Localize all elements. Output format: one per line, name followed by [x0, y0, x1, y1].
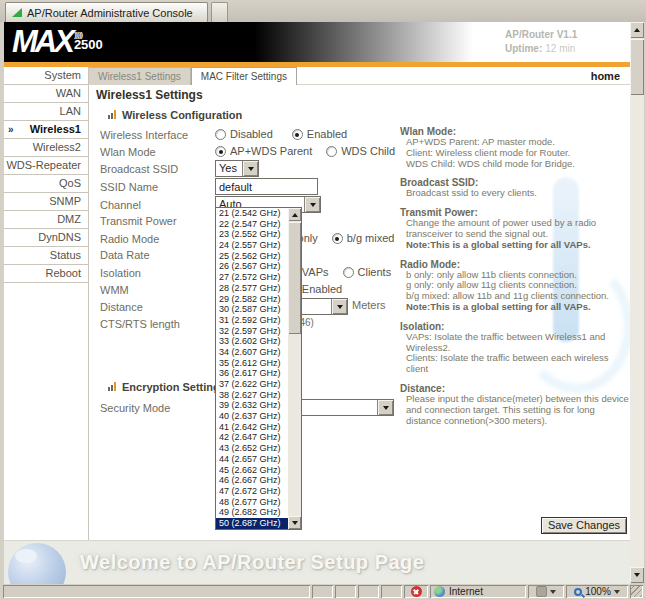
- channel-option[interactable]: 37 (2.622 GHz): [216, 379, 288, 390]
- brand-logo: MAX ))))) 2500: [12, 22, 103, 62]
- channel-option[interactable]: 32 (2.597 GHz): [216, 326, 288, 337]
- channel-option[interactable]: 50 (2.687 GHz): [216, 518, 288, 529]
- help-panel: Wlan Mode:AP+WDS Parent: AP master mode.…: [400, 126, 630, 434]
- chevron-down-icon: [550, 590, 556, 597]
- zoom-control[interactable]: 100%: [566, 585, 628, 598]
- radio-button-icon[interactable]: [292, 129, 303, 140]
- radio-button-icon[interactable]: [332, 233, 343, 244]
- radio-button-icon[interactable]: [215, 146, 226, 157]
- dropdown-arrow-icon[interactable]: [377, 400, 393, 415]
- channel-option[interactable]: 42 (2.647 GHz): [216, 432, 288, 443]
- wlan-mode-options: AP+WDS ParentWDS Child: [215, 145, 409, 157]
- channel-option[interactable]: 38 (2.627 GHz): [216, 390, 288, 401]
- new-tab-button[interactable]: [211, 2, 228, 22]
- dropdown-arrow-icon[interactable]: [242, 161, 258, 176]
- scroll-down-button[interactable]: [288, 516, 301, 529]
- browser-tab[interactable]: AP/Router Administrative Console: [5, 2, 208, 22]
- channel-option[interactable]: 47 (2.672 GHz): [216, 486, 288, 497]
- scrollbar-thumb[interactable]: [630, 39, 644, 95]
- radio-label: VAPs: [302, 266, 329, 278]
- sidebar-item-wds-repeater[interactable]: WDS-Repeater: [4, 157, 88, 175]
- sidebar-item-dmz[interactable]: DMZ: [4, 211, 88, 229]
- channel-option[interactable]: 23 (2.552 GHz): [216, 229, 288, 240]
- channel-option[interactable]: 27 (2.572 GHz): [216, 272, 288, 283]
- channel-option[interactable]: 36 (2.617 GHz): [216, 368, 288, 379]
- arrow-down-icon: [634, 573, 640, 580]
- channel-option[interactable]: 48 (2.677 GHz): [216, 497, 288, 508]
- home-link[interactable]: home: [591, 67, 630, 84]
- channel-option[interactable]: 22 (2.547 GHz): [216, 219, 288, 230]
- radio-enabled[interactable]: Enabled: [292, 128, 347, 140]
- help-line: Client: Wireless client mode for Router.: [400, 148, 630, 159]
- save-changes-button[interactable]: Save Changes: [541, 517, 627, 534]
- channel-option[interactable]: 35 (2.612 GHz): [216, 358, 288, 369]
- channel-option[interactable]: 25 (2.562 GHz): [216, 251, 288, 262]
- resize-grip[interactable]: [630, 585, 643, 598]
- footer-banner: Welcome to AP/Router Setup Page: [4, 540, 630, 584]
- scroll-up-button[interactable]: [288, 208, 301, 221]
- arrow-up-icon: [292, 210, 298, 217]
- dropdown-arrow-icon[interactable]: [304, 197, 320, 212]
- row-ssid-name: SSID Name: [100, 178, 318, 195]
- channel-option[interactable]: 24 (2.557 GHz): [216, 240, 288, 251]
- channel-option[interactable]: 28 (2.577 GHz): [216, 283, 288, 294]
- radio-button-icon[interactable]: [326, 146, 337, 157]
- channel-option[interactable]: 39 (2.632 GHz): [216, 400, 288, 411]
- tab-wireless1-settings[interactable]: Wireless1 Settings: [88, 67, 191, 85]
- field-label: Wireless Interface: [100, 129, 215, 141]
- sidebar-item-wireless2[interactable]: Wireless2: [4, 139, 88, 157]
- channel-option[interactable]: 41 (2.642 GHz): [216, 422, 288, 433]
- sidebar-item-lan[interactable]: LAN: [4, 103, 88, 121]
- sidebar-item-qos[interactable]: QoS: [4, 175, 88, 193]
- scrollbar-thumb[interactable]: [288, 222, 301, 334]
- radio-disabled[interactable]: Disabled: [215, 128, 273, 140]
- radio-ap-wds-parent[interactable]: AP+WDS Parent: [215, 145, 312, 157]
- section-title: Wireless Configuration: [122, 109, 242, 121]
- channel-option[interactable]: 43 (2.652 GHz): [216, 443, 288, 454]
- protected-mode-pane[interactable]: [528, 585, 564, 598]
- channel-option[interactable]: 21 (2.542 GHz): [216, 208, 288, 219]
- sidebar-item-wireless1[interactable]: »Wireless1: [4, 121, 88, 139]
- tab-mac-filter-settings[interactable]: MAC Filter Settings: [191, 67, 297, 85]
- channel-option[interactable]: 40 (2.637 GHz): [216, 411, 288, 422]
- section-bars-icon: [108, 110, 117, 119]
- ssid-name-input[interactable]: [215, 178, 318, 195]
- sidebar-item-reboot[interactable]: Reboot: [4, 265, 88, 283]
- scroll-down-button[interactable]: [630, 567, 644, 583]
- sidebar-item-snmp[interactable]: SNMP: [4, 193, 88, 211]
- firmware-version: AP/Router V1.1: [505, 28, 577, 42]
- sidebar-item-dyndns[interactable]: DynDNS: [4, 229, 88, 247]
- channel-options: 21 (2.542 GHz)22 (2.547 GHz)23 (2.552 GH…: [216, 208, 288, 529]
- radio-button-icon[interactable]: [215, 129, 226, 140]
- radio-b-g-mixed[interactable]: b/g mixed: [332, 232, 395, 244]
- sidebar-item-status[interactable]: Status: [4, 247, 88, 265]
- channel-option[interactable]: 49 (2.682 GHz): [216, 507, 288, 518]
- channel-option[interactable]: 26 (2.567 GHz): [216, 261, 288, 272]
- scroll-up-button[interactable]: [630, 22, 644, 38]
- distance-unit: Meters: [352, 299, 386, 311]
- browser-scrollbar[interactable]: [630, 22, 644, 583]
- radio-button-icon[interactable]: [343, 267, 354, 278]
- channel-option[interactable]: 34 (2.607 GHz): [216, 347, 288, 358]
- dropdown-arrow-icon[interactable]: [331, 299, 347, 314]
- field-label: WMM: [100, 284, 215, 296]
- help-note: Note:This is a global setting for all VA…: [400, 240, 630, 251]
- radio-wds-child[interactable]: WDS Child: [326, 145, 395, 157]
- channel-option[interactable]: 33 (2.602 GHz): [216, 336, 288, 347]
- broadcast-ssid-select[interactable]: Yes: [215, 160, 259, 177]
- sidebar-item-system[interactable]: System: [4, 67, 88, 85]
- channel-list-scrollbar[interactable]: [288, 208, 301, 529]
- page-title: Wireless1 Settings: [96, 88, 203, 102]
- zoom-magnifier-icon: [574, 588, 582, 596]
- sidebar-item-wan[interactable]: WAN: [4, 85, 88, 103]
- channel-option[interactable]: 29 (2.582 GHz): [216, 294, 288, 305]
- radio-clients[interactable]: Clients: [343, 266, 392, 278]
- channel-option[interactable]: 31 (2.592 GHz): [216, 315, 288, 326]
- channel-option[interactable]: 45 (2.662 GHz): [216, 465, 288, 476]
- channel-option[interactable]: 30 (2.587 GHz): [216, 304, 288, 315]
- section-encryption-settings: Encryption Settings: [108, 381, 226, 393]
- channel-option[interactable]: 46 (2.667 GHz): [216, 475, 288, 486]
- channel-option[interactable]: 44 (2.657 GHz): [216, 454, 288, 465]
- arrow-down-icon: [292, 521, 298, 528]
- radio-label: Clients: [358, 266, 392, 278]
